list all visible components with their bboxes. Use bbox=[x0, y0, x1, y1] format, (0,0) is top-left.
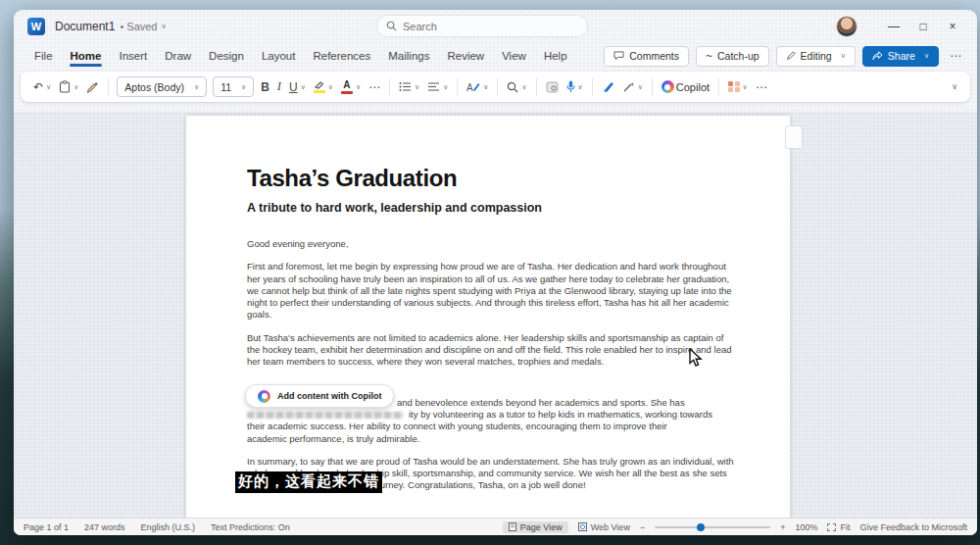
find-button[interactable]: ∨ bbox=[503, 79, 530, 95]
share-button[interactable]: Share ∨ bbox=[862, 46, 939, 67]
zoom-in-button[interactable]: + bbox=[780, 522, 785, 532]
document-title[interactable]: Document1 bbox=[55, 20, 115, 33]
search-bar[interactable] bbox=[376, 15, 588, 37]
share-icon bbox=[872, 51, 883, 61]
chevron-down-icon: ∨ bbox=[841, 52, 846, 60]
zoom-out-button[interactable]: − bbox=[640, 522, 645, 532]
mouse-cursor-icon bbox=[688, 348, 704, 368]
font-name-select[interactable]: Aptos (Body)∨ bbox=[117, 76, 207, 97]
page-count[interactable]: Page 1 of 1 bbox=[24, 522, 69, 532]
document-page[interactable]: Tasha’s Graduation A tribute to hard wor… bbox=[186, 116, 790, 521]
generating-text-blur bbox=[247, 412, 404, 419]
tab-design[interactable]: Design bbox=[200, 47, 253, 65]
document-heading[interactable]: Tasha’s Graduation bbox=[247, 165, 735, 192]
copilot-icon bbox=[258, 390, 270, 403]
find-icon bbox=[507, 81, 518, 93]
document-subheading[interactable]: A tribute to hard work, leadership and c… bbox=[247, 201, 735, 215]
minimize-button[interactable]: — bbox=[879, 14, 908, 39]
copilot-icon bbox=[662, 80, 674, 93]
zoom-slider-knob[interactable] bbox=[697, 523, 705, 531]
dictate-button[interactable]: ∨ bbox=[563, 78, 587, 95]
fit-icon bbox=[827, 523, 836, 531]
ribbon-more-icon[interactable]: ⋯ bbox=[752, 78, 771, 96]
margin-note-anchor[interactable] bbox=[785, 125, 803, 149]
microphone-icon bbox=[566, 80, 575, 93]
ribbon-tab-row: File Home Insert Draw Design Layout Refe… bbox=[14, 43, 977, 69]
ribbon-toolbar: ↶∨ ∨ Aptos (Body)∨ 11∨ B I U∨ ∨ A ∨ ⋯ bbox=[21, 72, 970, 102]
underline-button[interactable]: U∨ bbox=[285, 78, 310, 96]
highlighter-icon bbox=[314, 80, 325, 93]
copilot-button[interactable]: Copilot bbox=[658, 78, 713, 95]
designer-button[interactable] bbox=[542, 79, 563, 95]
editor-pen-icon bbox=[602, 80, 614, 93]
tab-references[interactable]: References bbox=[304, 47, 379, 65]
tab-mailings[interactable]: Mailings bbox=[379, 47, 438, 65]
language-status[interactable]: English (U.S.) bbox=[141, 522, 196, 532]
maximize-button[interactable]: □ bbox=[908, 14, 938, 39]
paste-button[interactable]: ∨ bbox=[55, 78, 82, 95]
comment-icon bbox=[613, 51, 624, 61]
undo-button[interactable]: ↶∨ bbox=[29, 78, 55, 96]
format-painter-icon bbox=[86, 81, 99, 93]
zoom-level[interactable]: 100% bbox=[795, 522, 817, 532]
chevron-down-icon: ∨ bbox=[924, 52, 929, 60]
word-logo-icon: W bbox=[27, 18, 45, 35]
highlight-button[interactable]: ∨ bbox=[310, 78, 337, 95]
bold-button[interactable]: B bbox=[257, 78, 273, 96]
text-predictions-status[interactable]: Text Predictions: On bbox=[211, 522, 290, 532]
page-view-toggle[interactable]: Page View bbox=[503, 521, 568, 533]
editing-mode-button[interactable]: Editing ∨ bbox=[776, 46, 856, 67]
styles-button[interactable]: A ∨ bbox=[463, 79, 492, 95]
paragraph-leadership[interactable]: But Tasha's achievements are not limited… bbox=[247, 332, 735, 369]
comments-button[interactable]: Comments bbox=[604, 46, 689, 67]
add-content-copilot-button[interactable]: Add content with Copilot bbox=[245, 384, 394, 408]
font-color-button[interactable]: A ∨ bbox=[337, 78, 365, 96]
tab-view[interactable]: View bbox=[493, 47, 535, 65]
tab-draw[interactable]: Draw bbox=[156, 47, 200, 65]
magic-wand-button[interactable]: ∨ bbox=[618, 79, 647, 95]
paragraph-greeting[interactable]: Good evening everyone, bbox=[247, 238, 735, 250]
wave-icon: ~ bbox=[706, 49, 712, 63]
line-spacing-button[interactable]: ∨ bbox=[423, 79, 452, 94]
title-chevron-icon[interactable]: ∨ bbox=[162, 23, 167, 30]
word-count[interactable]: 247 words bbox=[84, 522, 125, 532]
feedback-link[interactable]: Give Feedback to Microsoft bbox=[859, 522, 967, 532]
tab-layout[interactable]: Layout bbox=[253, 47, 305, 65]
close-button[interactable]: × bbox=[938, 14, 967, 39]
fit-button[interactable]: Fit bbox=[827, 522, 850, 532]
svg-text:A: A bbox=[466, 82, 473, 93]
document-area: Tasha’s Graduation A tribute to hard wor… bbox=[14, 112, 977, 518]
tab-review[interactable]: Review bbox=[438, 47, 493, 65]
subtitle-caption: 好的，这看起来不错 bbox=[235, 471, 382, 493]
italic-button[interactable]: I bbox=[273, 77, 285, 96]
web-view-icon bbox=[578, 522, 587, 531]
search-icon bbox=[386, 21, 397, 31]
search-input[interactable] bbox=[403, 21, 560, 32]
format-painter-button[interactable] bbox=[82, 79, 103, 95]
font-size-select[interactable]: 11∨ bbox=[213, 76, 254, 97]
word-window: W Document1 • Saved ∨ — □ × File Home In… bbox=[14, 10, 977, 535]
page-view-icon bbox=[509, 522, 516, 531]
paragraph-academics[interactable]: First and foremost, let me begin by expr… bbox=[247, 261, 735, 321]
magic-wand-icon bbox=[622, 81, 635, 93]
bullet-list-button[interactable]: ∨ bbox=[395, 79, 423, 94]
clipboard-icon bbox=[59, 80, 71, 93]
zoom-slider[interactable] bbox=[655, 526, 770, 528]
more-options-icon[interactable]: ⋯ bbox=[946, 49, 965, 63]
collapse-ribbon-icon[interactable]: ∨ bbox=[952, 82, 961, 91]
tab-help[interactable]: Help bbox=[535, 47, 576, 65]
add-ins-button[interactable]: ∨ bbox=[724, 79, 752, 95]
editor-button[interactable] bbox=[598, 78, 618, 95]
user-avatar[interactable] bbox=[836, 16, 858, 37]
saved-status: • Saved bbox=[120, 21, 157, 32]
tab-file[interactable]: File bbox=[25, 47, 62, 65]
font-more-options-icon[interactable]: ⋯ bbox=[365, 78, 384, 96]
web-view-toggle[interactable]: Web View bbox=[578, 522, 630, 532]
styles-icon: A bbox=[466, 81, 480, 93]
tab-insert[interactable]: Insert bbox=[110, 47, 156, 65]
tab-home[interactable]: Home bbox=[62, 47, 111, 65]
font-color-icon: A bbox=[341, 80, 353, 94]
designer-icon bbox=[546, 81, 559, 93]
catch-up-button[interactable]: ~ Catch-up bbox=[696, 46, 769, 67]
pencil-icon bbox=[786, 51, 796, 61]
